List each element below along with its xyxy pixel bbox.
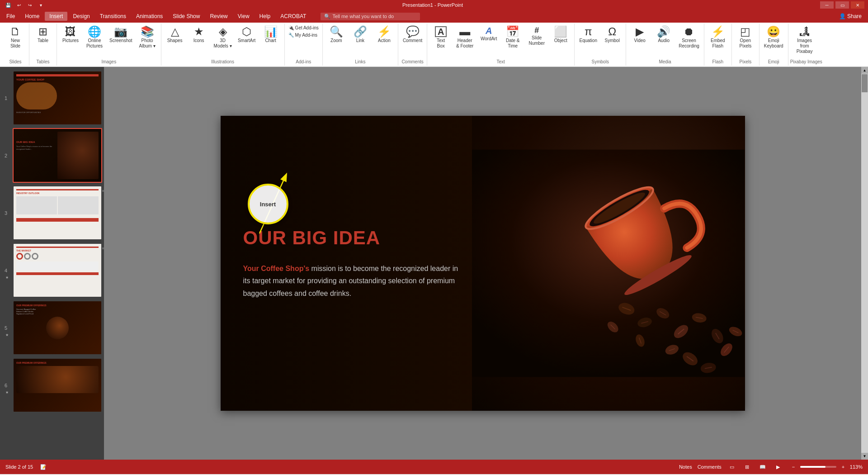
new-slide-button[interactable]: 🗋 NewSlide bbox=[4, 24, 27, 51]
icons-icon: ★ bbox=[194, 26, 204, 37]
comment-button[interactable]: 💬 Comment bbox=[400, 24, 425, 45]
slide-thumb-inner-6: OUR PREMIUM OFFERINGS bbox=[14, 359, 101, 412]
menu-design[interactable]: Design bbox=[68, 12, 94, 21]
action-button[interactable]: ⚡ Action bbox=[373, 24, 396, 45]
audio-label: Audio bbox=[658, 38, 670, 43]
3d-models-button[interactable]: ◈ 3DModels ▾ bbox=[211, 24, 235, 51]
comments-buttons: 💬 Comment bbox=[400, 24, 425, 59]
object-button[interactable]: ⬜ Object bbox=[549, 24, 572, 45]
3d-models-icon: ◈ bbox=[219, 26, 227, 37]
qat-undo[interactable]: ↩ bbox=[14, 1, 24, 9]
slide-thumb-3[interactable]: 3 INDUSTRY OUTLOOK bbox=[13, 185, 102, 240]
notes-button[interactable]: Notes bbox=[679, 464, 692, 470]
text-box-button[interactable]: A TextBox bbox=[429, 24, 453, 51]
close-button[interactable]: ✕ bbox=[851, 1, 864, 9]
search-box[interactable]: 🔍 Tell me what you want to do bbox=[321, 13, 420, 20]
slide-thumb-inner-3: INDUSTRY OUTLOOK bbox=[14, 186, 101, 239]
menu-view[interactable]: View bbox=[233, 12, 254, 21]
vertical-scrollbar[interactable]: ▲ ▼ bbox=[861, 67, 868, 460]
menu-help[interactable]: Help bbox=[255, 12, 275, 21]
ribbon-group-add-ins: 🔌 Get Add-ins 🔧 My Add-ins Add-ins bbox=[285, 24, 323, 66]
video-button[interactable]: ▶ Video bbox=[628, 24, 651, 45]
open-pixels-button[interactable]: ◰ OpenPixels bbox=[734, 24, 757, 51]
wordart-button[interactable]: A WordArt bbox=[477, 24, 500, 43]
emoji-keyboard-button[interactable]: 😀 EmojiKeyboard bbox=[761, 24, 786, 51]
menu-acrobat[interactable]: ACROBAT bbox=[276, 12, 311, 21]
screen-recording-button[interactable]: ⏺ ScreenRecording bbox=[676, 24, 702, 51]
slide-panel[interactable]: 1 YOUR COFFEE SHOP INVESTOR OPPORTUNITIE… bbox=[0, 67, 104, 460]
scroll-thumb[interactable] bbox=[862, 74, 868, 92]
menu-insert[interactable]: Insert bbox=[45, 12, 67, 21]
new-slide-icon: 🗋 bbox=[10, 26, 21, 37]
slide-canvas[interactable]: OUR BIG IDEA Your Coffee Shop's mission … bbox=[221, 116, 745, 411]
share-button[interactable]: 👤 Share bbox=[835, 12, 866, 21]
links-buttons: 🔍 Zoom 🔗 Link ⚡ Action bbox=[325, 24, 396, 59]
audio-button[interactable]: 🔊 Audio bbox=[652, 24, 675, 45]
online-pictures-button[interactable]: 🌐 OnlinePictures bbox=[83, 24, 106, 51]
reading-view-button[interactable]: 📖 bbox=[758, 462, 768, 472]
comment-icon: 💬 bbox=[406, 26, 420, 37]
smartart-button[interactable]: ⬡ SmartArt bbox=[235, 24, 259, 45]
restore-button[interactable]: ▭ bbox=[835, 1, 849, 9]
pictures-button[interactable]: 🖼 Pictures bbox=[59, 24, 82, 45]
symbol-button[interactable]: Ω Symbol bbox=[600, 24, 624, 45]
new-slide-label: NewSlide bbox=[10, 38, 20, 49]
qat-customize[interactable]: ▾ bbox=[36, 1, 45, 9]
embed-flash-button[interactable]: ⚡ EmbedFlash bbox=[706, 24, 730, 51]
menu-animations[interactable]: Animations bbox=[132, 12, 167, 21]
menu-review[interactable]: Review bbox=[205, 12, 232, 21]
slide-thumb-5[interactable]: 5 ★ OUR PREMIUM OFFERINGS Gourmet Bagged… bbox=[13, 300, 102, 355]
table-button[interactable]: ⊞ Table bbox=[31, 24, 55, 45]
zoom-in-button[interactable]: + bbox=[838, 462, 848, 472]
minimize-button[interactable]: ─ bbox=[820, 1, 834, 9]
slide-star-6: ★ bbox=[5, 390, 9, 394]
slide-thumb-4[interactable]: 4 ★ THE MARKET bbox=[13, 243, 102, 298]
shapes-button[interactable]: △ Shapes bbox=[163, 24, 187, 45]
3d-models-label: 3DModels ▾ bbox=[214, 38, 232, 49]
scroll-down-button[interactable]: ▼ bbox=[861, 453, 868, 460]
slideshow-button[interactable]: ▶ bbox=[773, 462, 783, 472]
online-pictures-icon: 🌐 bbox=[88, 26, 101, 37]
icons-button[interactable]: ★ Icons bbox=[187, 24, 211, 45]
canvas-area[interactable]: OUR BIG IDEA Your Coffee Shop's mission … bbox=[104, 67, 861, 460]
qat-save[interactable]: 💾 bbox=[4, 1, 13, 9]
photo-album-button[interactable]: 📚 PhotoAlbum ▾ bbox=[136, 24, 159, 51]
emoji-buttons: 😀 EmojiKeyboard bbox=[761, 24, 786, 59]
menu-transitions[interactable]: Transitions bbox=[95, 12, 131, 21]
slide-thumb-2[interactable]: 2 OUR BIG IDEA Your Coffee Shop's missio… bbox=[13, 128, 102, 183]
normal-view-button[interactable]: ▭ bbox=[727, 462, 737, 472]
emoji-label: EmojiKeyboard bbox=[764, 38, 783, 49]
zoom-slider[interactable] bbox=[800, 466, 836, 468]
slide-number-button[interactable]: # SlideNumber bbox=[525, 24, 548, 48]
qat-redo[interactable]: ↪ bbox=[25, 1, 34, 9]
my-add-ins-button[interactable]: 🔧 My Add-ins bbox=[287, 32, 321, 38]
pixabay-button[interactable]: 🏞 Images fromPixabay bbox=[790, 24, 819, 56]
slide-sorter-button[interactable]: ⊞ bbox=[742, 462, 752, 472]
slide-thumb-1[interactable]: 1 YOUR COFFEE SHOP INVESTOR OPPORTUNITIE… bbox=[13, 71, 102, 125]
zoom-out-button[interactable]: − bbox=[788, 462, 798, 472]
date-time-button[interactable]: 📅 Date &Time bbox=[501, 24, 524, 51]
chart-button[interactable]: 📊 Chart bbox=[259, 24, 283, 45]
pictures-icon: 🖼 bbox=[65, 26, 76, 37]
emoji-icon: 😀 bbox=[767, 26, 780, 37]
links-group-label: Links bbox=[325, 59, 396, 65]
header-footer-label: Header& Footer bbox=[456, 38, 473, 49]
embed-flash-label: EmbedFlash bbox=[711, 38, 725, 49]
menu-file[interactable]: File bbox=[2, 12, 19, 21]
wordart-label: WordArt bbox=[481, 36, 497, 42]
my-add-ins-icon: 🔧 bbox=[288, 33, 294, 38]
ribbon-group-text: A TextBox ▬ Header& Footer A WordArt 📅 D… bbox=[427, 24, 575, 66]
menu-home[interactable]: Home bbox=[20, 12, 44, 21]
equation-button[interactable]: π Equation bbox=[576, 24, 600, 45]
link-button[interactable]: 🔗 Link bbox=[349, 24, 372, 45]
slide-thumb-6[interactable]: 6 ★ OUR PREMIUM OFFERINGS bbox=[13, 358, 102, 413]
menu-slideshow[interactable]: Slide Show bbox=[168, 12, 204, 21]
header-footer-button[interactable]: ▬ Header& Footer bbox=[453, 24, 476, 51]
screenshot-button[interactable]: 📷 Screenshot bbox=[107, 24, 135, 45]
scroll-up-button[interactable]: ▲ bbox=[861, 67, 868, 74]
comments-button[interactable]: Comments bbox=[698, 464, 722, 470]
get-add-ins-button[interactable]: 🔌 Get Add-ins bbox=[287, 24, 321, 31]
symbols-buttons: π Equation Ω Symbol bbox=[576, 24, 624, 59]
equation-label: Equation bbox=[579, 38, 597, 43]
zoom-button[interactable]: 🔍 Zoom bbox=[325, 24, 348, 45]
